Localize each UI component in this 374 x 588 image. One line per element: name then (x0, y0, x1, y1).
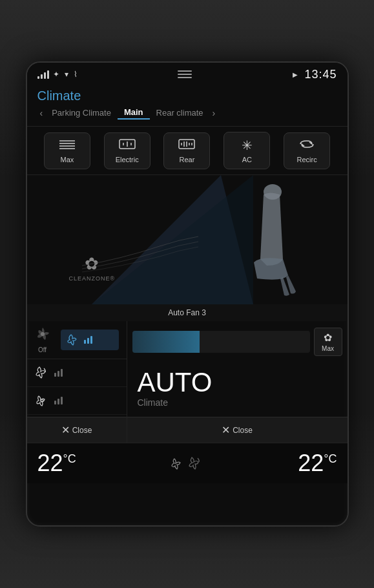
rear-label: Rear (180, 156, 195, 163)
nav-back-arrow[interactable]: ‹ (37, 108, 46, 118)
recirc-icon (298, 138, 316, 153)
auto-climate-display: AUTO Climate (127, 360, 348, 417)
close-x-icon-left: ✕ (61, 424, 70, 436)
quick-btn-electric[interactable]: Electric (104, 132, 151, 169)
bluetooth-icon: ✦ (53, 70, 59, 79)
seat-heat-icon-1 (66, 333, 80, 346)
max-fan-icon: ✿ (324, 331, 332, 344)
heat-cool-icon (171, 456, 203, 470)
auto-fan-bar: Auto Fan 3 (27, 304, 348, 321)
nav-area: Climate ‹ Parking Climate Main Rear clim… (27, 86, 348, 126)
tab-main[interactable]: Main (118, 106, 150, 120)
status-left: ✦ ▾ ⌇ (37, 70, 78, 79)
status-bar: ✦ ▾ ⌇ ▶ 13:45 (27, 63, 348, 86)
control-panel: Off (27, 321, 348, 443)
menu-icon[interactable] (178, 70, 192, 78)
tab-rear[interactable]: Rear climate (150, 107, 210, 119)
temp-right[interactable]: 22 °C (298, 450, 337, 477)
seat-heat-icon-2 (35, 366, 49, 380)
fan-row-2[interactable] (27, 359, 127, 387)
quick-btn-recirc[interactable]: Recirc (284, 132, 330, 169)
page-title: Climate (37, 89, 337, 103)
quick-btn-max[interactable]: Max (44, 132, 90, 169)
fan-row-1[interactable] (61, 330, 119, 350)
nav-tabs: ‹ Parking Climate Main Rear climate › (37, 106, 337, 120)
status-icons: ✦ ▾ ⌇ (53, 70, 78, 79)
off-icon (35, 326, 50, 345)
right-close-button[interactable]: ✕ Close (127, 417, 348, 443)
off-button[interactable]: Off (35, 326, 50, 353)
close-x-icon-right: ✕ (222, 424, 230, 436)
quick-buttons-row: Max Electric (27, 126, 348, 175)
temp-left-value: 22 (37, 450, 63, 477)
tab-parking[interactable]: Parking Climate (45, 107, 118, 119)
close-label-left: Close (72, 426, 92, 435)
usb-icon: ⌇ (74, 70, 78, 79)
play-icon: ▶ (293, 71, 298, 78)
screen-container: ✦ ▾ ⌇ ▶ 13:45 Climate ‹ Parking Climate (26, 61, 349, 527)
max-button[interactable]: ✿ Max (314, 328, 342, 356)
off-label: Off (38, 346, 47, 353)
max-label: Max (61, 156, 74, 163)
temp-right-value: 22 (298, 450, 324, 477)
recirc-label: Recirc (296, 156, 317, 163)
seat-cool-icon (35, 394, 49, 408)
close-label-right: Close (233, 426, 253, 435)
nav-forward-arrow[interactable]: › (210, 108, 218, 118)
status-right: ▶ 13:45 (293, 68, 337, 81)
visualization-area: ✿ CLEANZONE® (27, 175, 348, 304)
svg-point-18 (41, 399, 43, 402)
car-frame: ✦ ▾ ⌇ ▶ 13:45 Climate ‹ Parking Climate (0, 0, 374, 588)
left-close-button[interactable]: ✕ Close (27, 417, 127, 443)
signal-icon (37, 70, 49, 79)
wind-lines (82, 227, 198, 278)
max-icon (58, 138, 76, 153)
temp-right-unit: °C (324, 452, 337, 466)
ac-label: AC (242, 156, 252, 163)
fan-row-3[interactable] (27, 387, 127, 415)
clock: 13:45 (304, 68, 337, 81)
temp-left[interactable]: 22 °C (37, 450, 76, 477)
seat-figure (218, 182, 322, 304)
electric-icon (118, 138, 136, 153)
temp-left-unit: °C (63, 452, 76, 466)
svg-point-16 (264, 184, 282, 200)
wifi-icon: ▾ (65, 70, 68, 79)
quick-btn-ac[interactable]: ✳ AC (223, 132, 270, 169)
electric-label: Electric (116, 156, 139, 163)
auto-fan-label: Auto Fan 3 (168, 308, 206, 317)
left-column: Off (27, 321, 127, 443)
max-fan-label: Max (322, 345, 334, 352)
bottom-temperature-row: 22 °C 22 °C (27, 443, 348, 483)
quick-btn-rear[interactable]: Rear (163, 132, 210, 169)
ac-icon: ✳ (242, 138, 253, 153)
auto-label: AUTO (138, 369, 213, 396)
rear-icon (178, 138, 196, 153)
right-panel: ✿ Max AUTO Climate ✕ Close (127, 321, 348, 443)
climate-sub-label: Climate (138, 397, 168, 408)
